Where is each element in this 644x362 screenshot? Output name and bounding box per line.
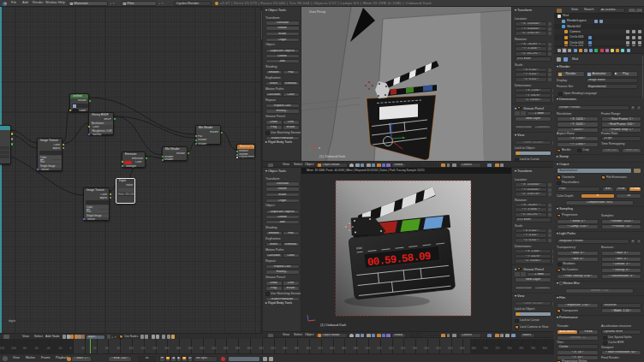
svg-text:Pilot: Pilot [356, 246, 362, 251]
svg-text:(1) Claboard Dark: (1) Claboard Dark [319, 155, 345, 158]
svg-text:(1) Claboard Dark: (1) Claboard Dark [320, 323, 346, 327]
svg-text:User Persp: User Persp [309, 10, 325, 14]
svg-text:x: x [319, 146, 320, 150]
